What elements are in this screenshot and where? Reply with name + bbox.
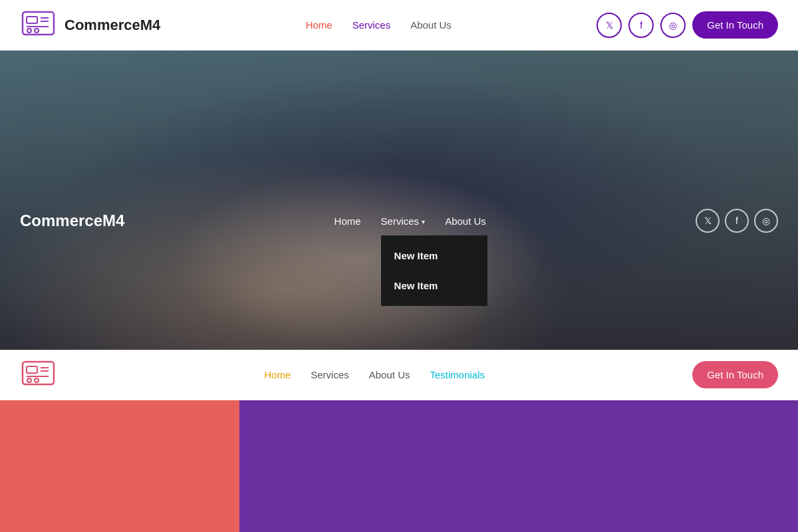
color-block-purple bbox=[239, 400, 798, 532]
instagram-icon[interactable]: ◎ bbox=[660, 13, 686, 38]
facebook-icon[interactable]: f bbox=[628, 13, 654, 38]
second-nav-about[interactable]: About Us bbox=[369, 369, 410, 380]
twitter-icon[interactable]: 𝕏 bbox=[597, 13, 622, 38]
sticky-nav-links: Home Services ▾ New Item New Item About … bbox=[334, 215, 486, 227]
second-navbar: Home Services About Us Testimonials Get … bbox=[0, 350, 798, 400]
services-dropdown-wrapper: Services ▾ New Item New Item bbox=[381, 215, 426, 227]
svg-point-5 bbox=[27, 29, 31, 33]
color-blocks bbox=[0, 400, 798, 532]
chevron-down-icon: ▾ bbox=[422, 218, 425, 225]
second-nav-home[interactable]: Home bbox=[264, 369, 291, 380]
sticky-brand-name: CommerceM4 bbox=[20, 211, 124, 230]
services-dropdown-menu: New Item New Item bbox=[381, 235, 487, 306]
color-block-red bbox=[0, 400, 239, 532]
second-nav-services[interactable]: Services bbox=[311, 369, 349, 380]
sticky-social-icons: 𝕏 f ◎ bbox=[696, 209, 778, 233]
nav-home[interactable]: Home bbox=[306, 19, 332, 31]
svg-rect-8 bbox=[27, 366, 37, 373]
second-get-in-touch-button[interactable]: Get In Touch bbox=[692, 361, 778, 388]
dropdown-item-1[interactable]: New Item bbox=[381, 241, 487, 271]
sticky-nav-services[interactable]: Services ▾ bbox=[381, 215, 426, 227]
brand-area: CommerceM4 bbox=[20, 7, 160, 43]
sticky-nav-about[interactable]: About Us bbox=[445, 215, 486, 227]
brand-logo-icon bbox=[20, 7, 57, 43]
svg-point-6 bbox=[35, 29, 39, 33]
sticky-instagram-icon[interactable]: ◎ bbox=[754, 209, 778, 233]
brand-name: CommerceM4 bbox=[65, 17, 160, 34]
svg-point-13 bbox=[35, 378, 39, 382]
top-right-area: 𝕏 f ◎ Get In Touch bbox=[597, 11, 778, 39]
top-nav-links: Home Services About Us bbox=[306, 19, 452, 31]
second-nav-links: Home Services About Us Testimonials bbox=[264, 369, 485, 380]
svg-rect-1 bbox=[27, 17, 37, 23]
get-in-touch-button[interactable]: Get In Touch bbox=[692, 11, 778, 39]
sticky-facebook-icon[interactable]: f bbox=[725, 209, 749, 233]
sticky-navbar: CommerceM4 Home Services ▾ New Item New … bbox=[0, 201, 798, 241]
second-nav-testimonials[interactable]: Testimonials bbox=[430, 369, 485, 380]
sticky-twitter-icon[interactable]: 𝕏 bbox=[696, 209, 720, 233]
nav-services[interactable]: Services bbox=[352, 19, 391, 31]
second-nav-logo-icon bbox=[20, 356, 57, 393]
top-navbar: CommerceM4 Home Services About Us 𝕏 f ◎ … bbox=[0, 0, 798, 51]
hero-section: CommerceM4 Home Services ▾ New Item New … bbox=[0, 51, 798, 350]
svg-point-12 bbox=[27, 378, 31, 382]
nav-about[interactable]: About Us bbox=[410, 19, 452, 31]
sticky-nav-home[interactable]: Home bbox=[334, 215, 361, 227]
dropdown-item-2[interactable]: New Item bbox=[381, 271, 487, 301]
